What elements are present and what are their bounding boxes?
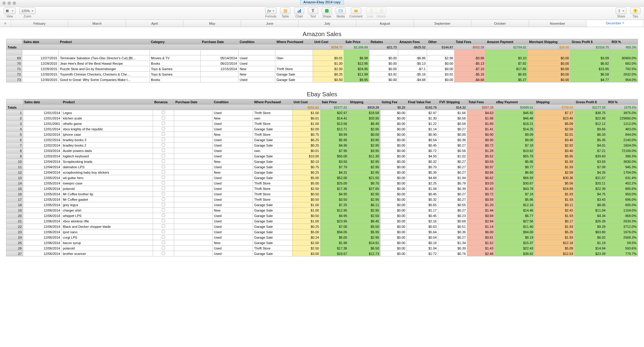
sheet-tab-november[interactable]: November	[529, 20, 586, 27]
table-row[interactable]: 2712/06/2014brother scannerUsedGarage Sa…	[6, 251, 638, 256]
table-row[interactable]: 2612/06/2014polaroidUsedThrift Store$2.5…	[6, 246, 638, 251]
table-row[interactable]	[6, 50, 638, 55]
col-header[interactable]: ROI %	[607, 99, 638, 105]
col-header[interactable]: listing Fee	[380, 99, 407, 105]
bonanza-checkbox[interactable]	[153, 235, 174, 240]
sheet-tab-september[interactable]: September	[414, 20, 471, 27]
table-row[interactable]: 1212/04/2014scrapbooking baby boy sticke…	[6, 170, 638, 175]
bonanza-checkbox[interactable]	[153, 170, 174, 175]
table-row[interactable]: 812/03/2014Austin powers dadsUsedown$0.0…	[6, 148, 638, 153]
bonanza-checkbox[interactable]	[153, 191, 174, 197]
ebay-table[interactable]: Sales dateProductBonanzaPurchase DateCon…	[6, 99, 638, 256]
sheet-tab-may[interactable]: May	[183, 20, 241, 27]
col-header[interactable]: Shipping	[535, 99, 574, 105]
bonanza-checkbox[interactable]	[153, 186, 174, 191]
col-header[interactable]: Product	[61, 99, 153, 105]
table-row[interactable]: 2112/06/2014xbox wireless rifleUsedGarag…	[6, 218, 638, 224]
table-row[interactable]: 1812/05/2014grey legosUsedGarage Sale$1.…	[6, 202, 638, 208]
bonanza-checkbox[interactable]	[153, 148, 174, 153]
table-row[interactable]: 2212/06/2014Black and Decker chopper bla…	[6, 224, 638, 229]
table-row[interactable]: 112/01/2014LegosUsedThrift Store$1.00$32…	[6, 110, 638, 116]
comment-button[interactable]	[351, 8, 361, 14]
bonanza-checkbox[interactable]	[153, 126, 174, 132]
bonanza-checkbox[interactable]	[153, 159, 174, 164]
sheet-tab-febuary[interactable]: Febuary	[11, 20, 68, 27]
table-row[interactable]: 1512/05/2014polaroidUsedThrift Store$2.5…	[6, 186, 638, 191]
ebay-body[interactable]: 112/01/2014LegosUsedThrift Store$1.00$32…	[6, 110, 638, 256]
bonanza-checkbox[interactable]	[153, 132, 174, 137]
col-header[interactable]: Sales date	[22, 39, 59, 45]
col-header[interactable]: Sales date	[23, 99, 62, 105]
col-header[interactable]: eBay Payment	[495, 99, 535, 105]
close-icon[interactable]	[2, 2, 6, 5]
bonanza-checkbox[interactable]	[153, 202, 174, 208]
zoom-icon[interactable]	[13, 2, 16, 5]
col-header[interactable]: Gross Profit $	[570, 39, 610, 45]
bonanza-checkbox[interactable]	[153, 197, 174, 202]
col-header[interactable]: Product	[58, 39, 149, 45]
bonanza-checkbox[interactable]	[153, 181, 174, 186]
col-header[interactable]: Other	[427, 39, 454, 45]
media-button[interactable]	[336, 8, 346, 14]
col-header[interactable]: Sale Price	[344, 39, 369, 45]
view-button[interactable]: ▦	[4, 8, 16, 14]
col-header[interactable]: Merchant Shipping	[528, 39, 570, 45]
table-row[interactable]: 7112/28/2015Puzzle Stow and Go by Ravens…	[6, 66, 638, 72]
col-header[interactable]: Unit Cost	[313, 39, 344, 45]
col-header[interactable]: Where Purchased	[253, 99, 292, 105]
zoom-select[interactable]: 125%	[19, 8, 36, 14]
table-row[interactable]: 512/02/2014Iphone caseNewThrift Store$0.…	[6, 132, 638, 137]
sheet-tab-august[interactable]: August	[356, 20, 414, 27]
bonanza-checkbox[interactable]	[153, 164, 174, 170]
col-header[interactable]: Unit Cost	[292, 99, 320, 105]
bonanza-checkbox[interactable]	[153, 110, 174, 116]
bonanza-checkbox[interactable]	[153, 208, 174, 213]
table-button[interactable]	[280, 8, 290, 14]
add-sheet-button[interactable]: +	[0, 20, 11, 27]
table-row[interactable]: 1012/04/2014Scrapbooking bradsNewGarage …	[6, 159, 638, 164]
bonanza-checkbox[interactable]	[153, 224, 174, 229]
sheet-tab-june[interactable]: June	[241, 20, 299, 27]
col-header[interactable]: Where Purchased	[275, 39, 313, 45]
table-row[interactable]: 912/03/2014logitech keyboardUsedGarage S…	[6, 153, 638, 159]
bonanza-checkbox[interactable]	[153, 121, 174, 126]
bonanza-checkbox[interactable]	[153, 137, 174, 143]
table-row[interactable]: 712/02/2014bradley books 2UsedGarage Sal…	[6, 143, 638, 148]
col-header[interactable]: Bonanza	[153, 99, 174, 105]
chart-button[interactable]	[294, 8, 304, 14]
col-header[interactable]: Condition	[238, 39, 275, 45]
bonanza-checkbox[interactable]	[153, 246, 174, 251]
table-row[interactable]: 1912/06/2014charger shirtNewGarage Sale$…	[6, 208, 638, 213]
bonanza-checkbox[interactable]	[153, 143, 174, 148]
col-header[interactable]: Shipping	[349, 99, 380, 105]
col-header[interactable]: FVF Shipping	[438, 99, 467, 105]
sheet-tab-july[interactable]: July	[299, 20, 356, 27]
bonanza-checkbox[interactable]	[153, 175, 174, 181]
bonanza-checkbox[interactable]	[153, 229, 174, 235]
table-row[interactable]: 1412/05/2014lowepro caseUsedThrift Store…	[6, 181, 638, 186]
bonanza-checkbox[interactable]	[153, 218, 174, 224]
col-header[interactable]: Purchase Date	[174, 99, 213, 105]
col-header[interactable]: Condition	[212, 99, 253, 105]
sheet-tab-october[interactable]: October	[471, 20, 529, 27]
tips-button[interactable]: ?	[630, 8, 640, 14]
table-row[interactable]: 212/01/2014kitchen scaleNewown$0.01$14.4…	[6, 116, 638, 121]
bonanza-checkbox[interactable]	[153, 153, 174, 159]
amazon-body[interactable]: 6912/27/2015Terminator Salvation (Two-Di…	[6, 50, 638, 82]
table-row[interactable]: 7012/28/2015Jean Hee's Best of the Best …	[6, 61, 638, 66]
table-row[interactable]: 1312/05/2014wii guitar heroUsedGarage Sa…	[6, 175, 638, 181]
col-header[interactable]: Rebates	[369, 39, 398, 45]
document-title-tab[interactable]: Amazon-Ebay 2014 copy	[300, 0, 344, 5]
table-row[interactable]: 612/02/2014bradley books 3UsedGarage Sal…	[6, 137, 638, 143]
table-row[interactable]: 1612/05/2014Mr Coffee brother tipUsedThr…	[6, 191, 638, 197]
share-button[interactable]: ⇪	[616, 8, 627, 14]
col-header[interactable]: Amazon Fees	[398, 39, 427, 45]
sheet-tab-march[interactable]: March	[68, 20, 126, 27]
table-row[interactable]: 7312/30/2015Good to Great: Why Some Comp…	[6, 77, 638, 82]
col-header[interactable]: Total Fees	[455, 39, 486, 45]
table-row[interactable]: 2412/06/2014corgi LPSUsedGarage Sale$0.2…	[6, 235, 638, 240]
bonanza-checkbox[interactable]	[153, 116, 174, 121]
bonanza-checkbox[interactable]	[153, 251, 174, 256]
col-header[interactable]: Amazon Payment	[486, 39, 528, 45]
table-row[interactable]: 1112/04/2014dalmation LPSUsedGarage Sale…	[6, 164, 638, 170]
